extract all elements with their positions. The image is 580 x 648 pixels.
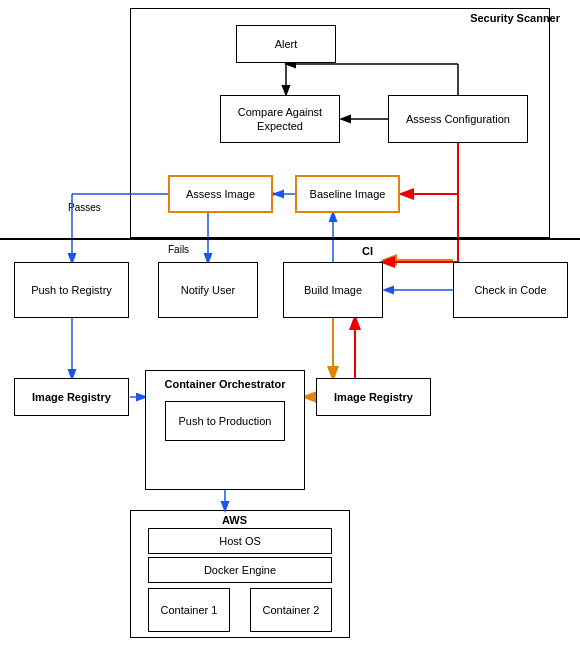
compare-against-expected-box: Compare Against Expected [220, 95, 340, 143]
assess-image-box: Assess Image [168, 175, 273, 213]
ci-label: CI [362, 245, 373, 257]
build-image-box: Build Image [283, 262, 383, 318]
notify-user-box: Notify User [158, 262, 258, 318]
host-os-box: Host OS [148, 528, 332, 554]
assess-configuration-box: Assess Configuration [388, 95, 528, 143]
divider [0, 238, 580, 240]
container-orchestrator-box: Container Orchestrator Push to Productio… [145, 370, 305, 490]
aws-label: AWS [222, 514, 247, 526]
image-registry-right-box: Image Registry [316, 378, 431, 416]
container-1-box: Container 1 [148, 588, 230, 632]
push-to-production-box: Push to Production [165, 401, 285, 441]
check-in-code-box: Check in Code [453, 262, 568, 318]
fails-label: Fails [168, 244, 189, 255]
diagram: Security Scanner Alert Compare Against E… [0, 0, 580, 648]
passes-label: Passes [68, 202, 101, 213]
alert-box: Alert [236, 25, 336, 63]
push-to-registry-box: Push to Registry [14, 262, 129, 318]
docker-engine-box: Docker Engine [148, 557, 332, 583]
image-registry-left-box: Image Registry [14, 378, 129, 416]
container-2-box: Container 2 [250, 588, 332, 632]
security-scanner-label: Security Scanner [470, 12, 560, 24]
baseline-image-box: Baseline Image [295, 175, 400, 213]
